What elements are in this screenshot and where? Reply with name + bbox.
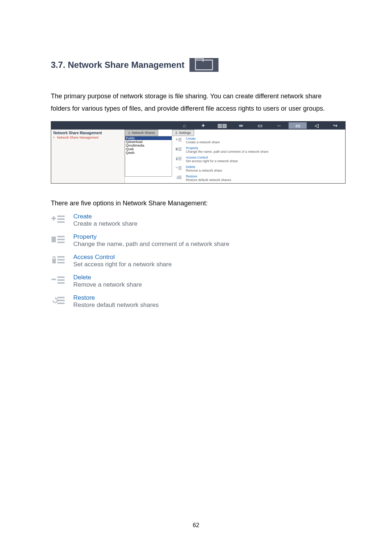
quick-icon[interactable]: ✦ <box>194 122 212 129</box>
minus-icon <box>175 165 183 171</box>
action-title: Delete <box>186 165 222 169</box>
disk-icon[interactable]: ▭ <box>251 122 269 129</box>
action-desc: Restore default network shares <box>186 178 231 182</box>
lock-icon <box>175 156 183 161</box>
sidebar-title: Network Share Management <box>53 130 122 136</box>
option-row: CreateCreate a network share <box>51 211 254 231</box>
action-desc: Create a network share <box>186 140 220 144</box>
option-title: Create <box>73 213 138 220</box>
option-title: Restore <box>73 294 159 301</box>
tools-icon[interactable]: ◁ <box>307 122 326 129</box>
option-row: PropertyChange the name, path and commen… <box>51 231 254 251</box>
server-icon[interactable]: ▥▥ <box>213 122 231 129</box>
folder-nav-icon[interactable]: ▭ <box>289 122 307 129</box>
action-desc: Remove a network share <box>186 169 222 172</box>
option-row: RestoreRestore default network shares <box>51 292 254 312</box>
option-desc: Remove a network share <box>73 281 142 288</box>
option-title: Access Control <box>73 254 172 261</box>
option-desc: Create a network share <box>73 220 138 227</box>
plus-icon <box>175 137 183 143</box>
action-row[interactable]: CreateCreate a network share <box>172 136 345 145</box>
screenshot-topbar: ⌂ ✦ ▥▥ ⇔ ▭ ◦◦ ▭ ◁ ↪ <box>51 122 345 130</box>
options-lead: There are five options in Network Share … <box>51 200 341 207</box>
list-item[interactable]: Qmultimedia <box>125 144 172 147</box>
action-row[interactable]: RestoreRestore default network shares <box>172 174 345 183</box>
list-item[interactable]: Qweb <box>125 151 172 155</box>
users-icon[interactable]: ◦◦ <box>270 122 288 129</box>
intro-paragraph: The primary purpose of network storage i… <box>51 90 341 115</box>
action-row[interactable]: Access ControlSet access right for a net… <box>172 155 345 164</box>
section-title: 3.7. Network Share Management <box>51 60 184 70</box>
section-icon-box <box>189 58 219 72</box>
minus-icon <box>51 274 67 286</box>
tab-network-shares[interactable]: 1. Network Shares <box>125 130 158 136</box>
shares-listbox[interactable]: Public Qdownload Qmultimedia Qusb Qweb <box>125 136 172 177</box>
action-title: Restore <box>186 175 231 178</box>
network-icon[interactable]: ⇔ <box>232 122 250 129</box>
option-desc: Restore default network shares <box>73 301 159 309</box>
screenshot: ⌂ ✦ ▥▥ ⇔ ▭ ◦◦ ▭ ◁ ↪ Network Share Manage… <box>51 121 346 184</box>
tab-settings[interactable]: 2. Settings <box>172 130 194 136</box>
restore-icon <box>51 294 67 307</box>
prop-icon <box>51 233 67 246</box>
screenshot-sidebar: Network Share Management Network Share M… <box>51 130 125 183</box>
list-item[interactable]: Public <box>125 136 172 140</box>
list-item[interactable]: Qdownload <box>125 140 172 144</box>
folder-icon <box>195 59 213 70</box>
home-icon[interactable]: ⌂ <box>175 122 193 129</box>
action-title: Property <box>186 146 269 150</box>
option-desc: Set access right for a network share <box>73 261 172 268</box>
lock-icon <box>51 254 67 266</box>
option-row: DeleteRemove a network share <box>51 272 254 292</box>
option-desc: Change the name, path and comment of a n… <box>73 241 229 248</box>
page-number: 62 <box>0 522 392 529</box>
action-desc: Set access right for a network share <box>186 159 238 163</box>
action-title: Create <box>186 137 220 140</box>
logout-icon[interactable]: ↪ <box>326 122 344 129</box>
section-heading: 3.7. Network Share Management <box>51 58 341 72</box>
action-title: Access Control <box>186 156 238 159</box>
option-title: Property <box>73 233 229 241</box>
sidebar-link[interactable]: Network Share Management <box>53 136 122 139</box>
restore-icon <box>175 175 183 180</box>
list-item[interactable]: Qusb <box>125 147 172 151</box>
action-row[interactable]: PropertyChange the name, path and commen… <box>172 145 345 155</box>
action-row[interactable]: DeleteRemove a network share <box>172 164 345 174</box>
plus-icon <box>51 213 67 225</box>
option-row: Access ControlSet access right for a net… <box>51 251 254 272</box>
prop-icon <box>175 146 183 152</box>
action-desc: Change the name, path and comment of a n… <box>186 150 269 153</box>
options-list: CreateCreate a network sharePropertyChan… <box>51 211 254 312</box>
option-title: Delete <box>73 274 142 281</box>
